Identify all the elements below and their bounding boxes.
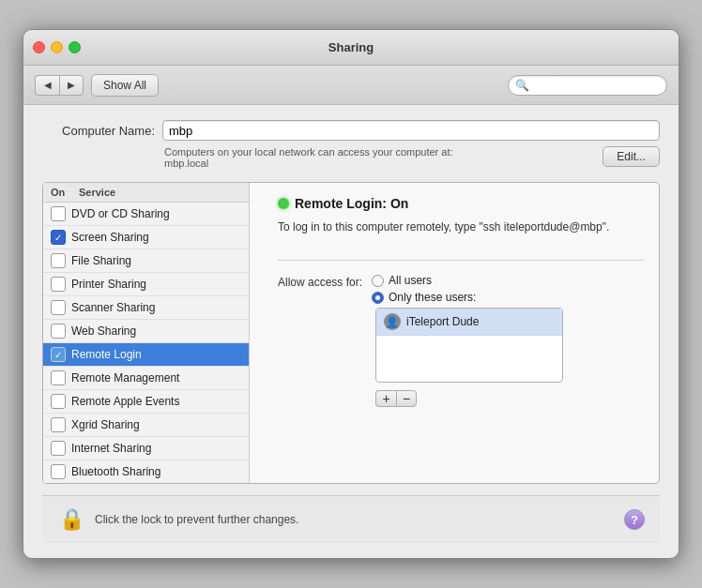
forward-button[interactable]: ▶ [59,75,84,96]
close-button[interactable] [33,41,45,53]
minimize-button[interactable] [51,41,63,53]
service-label-dvd: DVD or CD Sharing [71,207,170,220]
service-item-dvd[interactable]: DVD or CD Sharing [43,203,249,226]
service-item-scanner[interactable]: Scanner Sharing [43,296,249,320]
service-label-bluetooth: Bluetooth Sharing [71,465,160,478]
show-all-button[interactable]: Show All [91,74,159,97]
add-user-button[interactable]: + [375,390,396,407]
lock-icon[interactable]: 🔒 [57,505,85,534]
service-checkbox-bluetooth[interactable] [51,464,66,479]
network-text: Computers on your local network can acce… [164,146,593,169]
user-buttons: + − [375,390,563,407]
divider [278,260,644,261]
radio-all-circle[interactable] [372,275,384,287]
title-bar: Sharing [23,30,679,66]
radio-only-label: Only these users: [389,291,476,304]
radio-all-label: All users [389,274,432,287]
service-label-screen: Screen Sharing [71,231,149,244]
service-label-remote-login: Remote Login [71,348,142,361]
user-item[interactable]: 👤 iTeleport Dude [376,309,562,336]
bottom-bar: 🔒 Click the lock to prevent further chan… [42,495,660,543]
service-checkbox-xgrid[interactable] [51,417,66,432]
nav-buttons: ◀ ▶ [35,75,84,96]
access-label: Allow access for: [278,274,362,289]
service-list-header: On Service [43,183,249,203]
computer-name-input[interactable] [162,120,660,141]
edit-button[interactable]: Edit... [603,146,660,167]
detail-panel: Remote Login: On To log in to this compu… [263,183,659,483]
service-checkbox-remote-login[interactable] [51,347,66,362]
service-item-file[interactable]: File Sharing [43,249,249,273]
computer-name-row: Computer Name: [42,120,660,141]
service-label-web: Web Sharing [71,324,136,338]
search-box: 🔍 [508,75,667,96]
radio-only-circle[interactable] [372,292,384,304]
user-name: iTeleport Dude [406,315,479,328]
service-label-file: File Sharing [71,254,131,267]
service-item-printer[interactable]: Printer Sharing [43,273,249,296]
service-item-screen[interactable]: Screen Sharing [43,226,249,249]
col-service-header: Service [79,187,241,198]
service-item-bluetooth[interactable]: Bluetooth Sharing [43,460,249,483]
service-item-internet[interactable]: Internet Sharing [43,437,249,460]
service-checkbox-remote-mgmt[interactable] [51,370,66,385]
remove-user-button[interactable]: − [396,390,417,407]
status-label: Remote Login: On [295,196,408,211]
radio-group: All users Only these users: 👤 iTeleport … [372,274,563,407]
service-label-scanner: Scanner Sharing [71,301,155,314]
search-input[interactable] [508,75,667,96]
network-info: Computers on your local network can acce… [42,146,660,169]
status-dot [278,198,289,209]
service-item-web[interactable]: Web Sharing [43,320,249,343]
service-checkbox-printer[interactable] [51,277,66,292]
radio-only-users[interactable]: Only these users: [372,291,563,304]
col-on-header: On [51,187,79,198]
service-checkbox-dvd[interactable] [51,206,66,221]
service-checkbox-file[interactable] [51,253,66,268]
toolbar: ◀ ▶ Show All 🔍 [23,66,679,105]
service-checkbox-remote-apple[interactable] [51,394,66,409]
content-area: Computer Name: Computers on your local n… [23,105,679,558]
bottom-text: Click the lock to prevent further change… [95,513,615,526]
user-icon: 👤 [384,313,401,330]
status-row: Remote Login: On [278,196,644,211]
service-checkbox-scanner[interactable] [51,300,66,315]
service-label-internet: Internet Sharing [71,442,151,455]
service-item-remote-apple[interactable]: Remote Apple Events [43,390,249,414]
users-box: 👤 iTeleport Dude [375,308,563,383]
sharing-window: Sharing ◀ ▶ Show All 🔍 Computer Name: Co… [23,29,679,559]
maximize-button[interactable] [69,41,81,53]
status-description: To log in to this computer remotely, typ… [278,219,644,235]
service-item-remote-mgmt[interactable]: Remote Management [43,367,249,390]
service-label-printer: Printer Sharing [71,278,146,291]
search-icon: 🔍 [515,79,529,92]
computer-name-label: Computer Name: [42,124,155,138]
service-item-xgrid[interactable]: Xgrid Sharing [43,414,249,437]
radio-all-users[interactable]: All users [372,274,563,287]
traffic-lights [33,41,81,53]
service-label-remote-apple: Remote Apple Events [71,395,179,408]
service-checkbox-screen[interactable] [51,230,66,245]
service-item-remote-login[interactable]: Remote Login [43,343,249,367]
access-row: Allow access for: All users Only these u… [278,274,644,407]
window-title: Sharing [328,40,374,54]
service-checkbox-internet[interactable] [51,441,66,456]
main-panel: On Service DVD or CD Sharing Screen Shar… [42,182,660,484]
help-button[interactable]: ? [624,509,645,530]
service-label-remote-mgmt: Remote Management [71,371,179,384]
service-label-xgrid: Xgrid Sharing [71,418,140,431]
back-button[interactable]: ◀ [35,75,59,96]
service-checkbox-web[interactable] [51,324,66,339]
service-list: On Service DVD or CD Sharing Screen Shar… [43,183,250,483]
